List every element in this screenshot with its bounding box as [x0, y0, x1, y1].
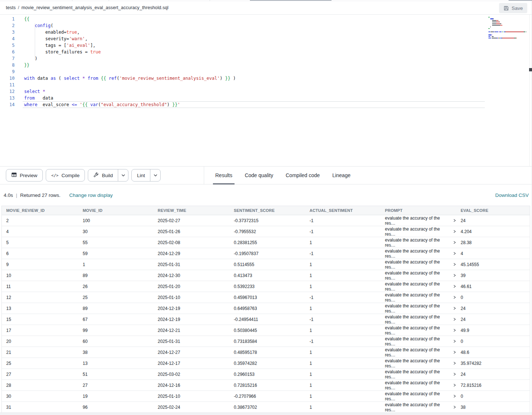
- cell-sentiment_score: 0.72815216: [229, 380, 305, 390]
- cell-sentiment_score: -0.7955532: [229, 226, 305, 237]
- tab-code-quality[interactable]: Code quality: [245, 167, 273, 184]
- prompt-cell[interactable]: evaluate the accuracy of the res…: [381, 215, 456, 226]
- build-button-main[interactable]: Build: [88, 169, 118, 181]
- compile-button[interactable]: </> Compile: [46, 169, 85, 182]
- table-row: 30192025-01-10-0.27079661evaluate the ac…: [2, 391, 530, 402]
- cell-sentiment_score: 0.5392233: [229, 281, 305, 292]
- expand-prompt-icon[interactable]: [452, 262, 456, 267]
- expand-prompt-icon[interactable]: [452, 251, 456, 256]
- prompt-cell[interactable]: evaluate the accuracy of the res…: [381, 270, 456, 281]
- expand-prompt-icon[interactable]: [452, 273, 456, 278]
- result-tabs: ResultsCode qualityCompiled codeLineage: [204, 167, 351, 184]
- prompt-cell[interactable]: evaluate the accuracy of the res…: [381, 347, 456, 358]
- prompt-cell[interactable]: evaluate the accuracy of the res…: [381, 391, 456, 401]
- prompt-cell[interactable]: evaluate the accuracy of the res…: [381, 248, 456, 259]
- cell-actual_sentiment: 1: [305, 402, 381, 412]
- cell-movie_review_id: 30: [2, 391, 78, 401]
- cell-sentiment_score: 0.64958763: [229, 303, 305, 314]
- code-line: 11: [0, 82, 532, 88]
- cell-review_time: 2025-01-26: [153, 226, 229, 237]
- prompt-cell[interactable]: evaluate the accuracy of the res…: [381, 336, 456, 347]
- table-row: 6592024-12-29-0.19507837-1evaluate the a…: [2, 248, 530, 259]
- lint-label: Lint: [137, 173, 145, 178]
- prompt-cell[interactable]: evaluate the accuracy of the res…: [381, 237, 456, 248]
- cell-actual_sentiment: -1: [305, 292, 381, 303]
- cell-movie_review_id: 12: [2, 292, 78, 303]
- preview-label: Preview: [20, 173, 37, 178]
- cell-review_time: 2025-01-10: [153, 292, 229, 303]
- cell-actual_sentiment: 1: [305, 391, 381, 401]
- prompt-cell[interactable]: evaluate the accuracy of the res…: [381, 226, 456, 237]
- cell-movie_review_id: 17: [2, 325, 78, 336]
- expand-prompt-icon[interactable]: [452, 284, 456, 289]
- table-row: 25132024-12-170.359742821evaluate the ac…: [2, 358, 530, 369]
- tab-results[interactable]: Results: [215, 167, 232, 184]
- prompt-cell[interactable]: evaluate the accuracy of the res…: [381, 358, 456, 369]
- editor-scrollbar-thumb[interactable]: [529, 68, 532, 71]
- save-button[interactable]: Save: [499, 3, 527, 13]
- code-line: 7 ): [0, 55, 532, 62]
- table-row: 15672024-12-19-0.24954411-1evaluate the …: [2, 314, 530, 325]
- expand-prompt-icon[interactable]: [452, 350, 456, 355]
- prompt-cell[interactable]: evaluate the accuracy of the res…: [381, 314, 456, 325]
- expand-prompt-icon[interactable]: [452, 361, 456, 366]
- code-line: 8}}: [0, 62, 532, 68]
- prompt-cell[interactable]: evaluate the accuracy of the res…: [381, 402, 456, 412]
- prompt-cell[interactable]: evaluate the accuracy of the res…: [381, 325, 456, 336]
- expand-prompt-icon[interactable]: [452, 218, 456, 223]
- lint-button-main[interactable]: Lint: [132, 169, 150, 181]
- preview-button[interactable]: Preview: [6, 169, 43, 182]
- horizontal-scrollbar[interactable]: [0, 412, 532, 415]
- build-button[interactable]: Build: [88, 169, 128, 182]
- cell-review_time: 2025-01-20: [153, 281, 229, 292]
- change-row-display-link[interactable]: Change row display: [69, 192, 113, 198]
- expand-prompt-icon[interactable]: [452, 394, 456, 399]
- code-line: 10with data as ( select * from {{ ref('m…: [0, 75, 532, 82]
- column-header-movie_id: MOVIE_ID: [78, 206, 153, 215]
- breadcrumb-separator: /: [18, 5, 19, 10]
- expand-prompt-icon[interactable]: [452, 229, 456, 234]
- expand-prompt-icon[interactable]: [452, 317, 456, 322]
- prompt-cell[interactable]: evaluate the accuracy of the res…: [381, 369, 456, 380]
- download-csv-link[interactable]: Download CSV: [495, 192, 529, 198]
- prompt-cell[interactable]: evaluate the accuracy of the res…: [381, 281, 456, 292]
- cell-review_time: 2025-02-27: [153, 215, 229, 226]
- cell-eval_score: 35.974282: [456, 358, 530, 369]
- prompt-cell[interactable]: evaluate the accuracy of the res…: [381, 292, 456, 303]
- expand-prompt-icon[interactable]: [452, 339, 456, 344]
- prompt-preview-text: evaluate the accuracy of the res…: [385, 358, 450, 369]
- cell-eval_score: 24: [456, 369, 530, 380]
- prompt-cell[interactable]: evaluate the accuracy of the res…: [381, 303, 456, 314]
- cell-actual_sentiment: -1: [305, 248, 381, 259]
- cell-movie_id: 51: [78, 369, 153, 380]
- cell-movie_review_id: 2: [2, 215, 78, 226]
- expand-prompt-icon[interactable]: [452, 372, 456, 377]
- expand-prompt-icon[interactable]: [452, 306, 456, 311]
- cell-movie_id: 60: [78, 336, 153, 347]
- code-line: 1{{: [0, 16, 532, 22]
- tab-compiled-code[interactable]: Compiled code: [286, 167, 320, 184]
- cell-review_time: 2024-12-21: [153, 325, 229, 336]
- table-row: 11262025-01-200.53922331evaluate the acc…: [2, 281, 530, 292]
- build-dropdown-chevron[interactable]: [118, 169, 128, 181]
- lint-button[interactable]: Lint: [131, 169, 161, 182]
- minimap[interactable]: [488, 17, 529, 39]
- expand-prompt-icon[interactable]: [452, 328, 456, 333]
- column-header-sentiment_score: SENTIMENT_SCORE: [229, 206, 305, 215]
- query-time: 4.0s: [4, 192, 13, 198]
- cell-eval_score: 48.6: [456, 347, 530, 358]
- code-editor[interactable]: 1{{2 config(3 enabled=true,4 severity='w…: [0, 15, 532, 166]
- prompt-cell[interactable]: evaluate the accuracy of the res…: [381, 259, 456, 270]
- expand-prompt-icon[interactable]: [452, 383, 456, 388]
- table-row: 21382024-12-270.485951781evaluate the ac…: [2, 347, 530, 358]
- preview-icon: [11, 172, 17, 179]
- expand-prompt-icon[interactable]: [452, 240, 456, 245]
- expand-prompt-icon[interactable]: [452, 405, 456, 410]
- tabstrip-segment: [509, 0, 532, 1]
- tab-lineage[interactable]: Lineage: [332, 167, 351, 184]
- lint-dropdown-chevron[interactable]: [150, 169, 160, 181]
- expand-prompt-icon[interactable]: [452, 295, 456, 300]
- prompt-cell[interactable]: evaluate the accuracy of the res…: [381, 380, 456, 390]
- column-header-prompt: PROMPT: [381, 206, 456, 215]
- cell-eval_score: 39: [456, 270, 530, 281]
